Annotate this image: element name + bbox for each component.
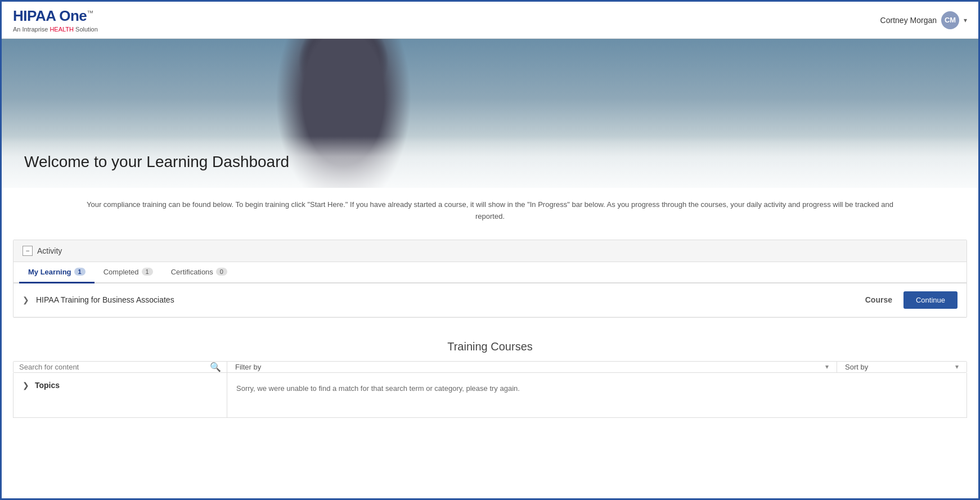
- logo-tm: ™: [87, 9, 93, 17]
- search-filter-bar: 🔍 Filter by ▾ Sort by ▾: [13, 361, 967, 373]
- search-icon[interactable]: 🔍: [210, 362, 221, 372]
- header-user: Cortney Morgan CM ▾: [880, 11, 967, 29]
- hero-title: Welcome to your Learning Dashboard: [24, 153, 956, 171]
- logo-title: HIPAA One™: [13, 7, 98, 25]
- topics-panel: ❯ Topics: [14, 373, 227, 417]
- logo-subtitle: An Intraprise HEALTH Solution: [13, 26, 98, 33]
- activity-toggle[interactable]: −: [23, 246, 33, 256]
- search-box: 🔍: [14, 362, 227, 372]
- hero-overlay: Welcome to your Learning Dashboard: [2, 136, 978, 188]
- course-expand-icon[interactable]: ❯: [23, 295, 29, 304]
- no-results-message: Sorry, we were unable to find a match fo…: [227, 373, 966, 417]
- activity-container: − Activity My Learning 1 Completed 1 Cer…: [13, 240, 967, 318]
- tab-my-learning[interactable]: My Learning 1: [19, 262, 95, 283]
- activity-header: − Activity: [14, 240, 966, 262]
- header: HIPAA One™ An Intraprise HEALTH Solution…: [2, 2, 978, 39]
- tab-my-learning-badge: 1: [74, 268, 86, 276]
- logo-area: HIPAA One™ An Intraprise HEALTH Solution: [13, 7, 98, 33]
- tab-certifications[interactable]: Certifications 0: [162, 262, 236, 283]
- description-text: Your compliance training can be found be…: [68, 188, 912, 234]
- avatar[interactable]: CM: [941, 11, 959, 29]
- user-name: Cortney Morgan: [880, 16, 937, 25]
- topics-label: Topics: [35, 381, 60, 390]
- sort-by-label: Sort by: [845, 363, 955, 371]
- lower-content: ❯ Topics Sorry, we were unable to find a…: [13, 373, 967, 418]
- filter-by-dropdown[interactable]: Filter by ▾: [227, 362, 837, 372]
- training-courses-section: Training Courses 🔍 Filter by ▾ Sort by ▾…: [13, 329, 967, 418]
- search-input[interactable]: [19, 363, 210, 371]
- course-type: Course: [865, 295, 892, 304]
- filter-chevron-down-icon: ▾: [825, 363, 829, 371]
- chevron-down-icon[interactable]: ▾: [964, 16, 967, 24]
- course-name: HIPAA Training for Business Associates: [36, 295, 865, 304]
- topics-expand-icon[interactable]: ❯: [23, 381, 29, 390]
- training-courses-title: Training Courses: [13, 329, 967, 361]
- tabs-bar: My Learning 1 Completed 1 Certifications…: [14, 262, 966, 283]
- continue-button[interactable]: Continue: [903, 291, 957, 309]
- tab-completed[interactable]: Completed 1: [95, 262, 162, 283]
- tab-certifications-badge: 0: [216, 268, 227, 276]
- hero-banner: Welcome to your Learning Dashboard: [2, 39, 978, 188]
- filter-by-label: Filter by: [235, 363, 825, 371]
- activity-label: Activity: [37, 246, 62, 255]
- sort-by-dropdown[interactable]: Sort by ▾: [837, 362, 966, 372]
- sort-chevron-down-icon: ▾: [955, 363, 959, 371]
- tab-completed-badge: 1: [142, 268, 153, 276]
- course-row: ❯ HIPAA Training for Business Associates…: [14, 283, 966, 317]
